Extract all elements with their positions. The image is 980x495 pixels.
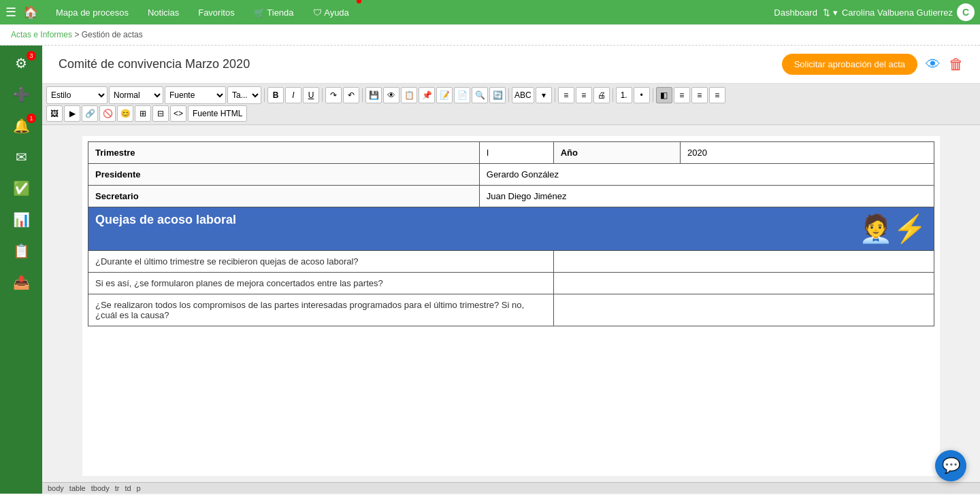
sidebar: ⚙ 3 ➕ 🔔 1 ✉ ✅ 📊 📋 📤 <box>0 46 42 494</box>
sidebar-item-checklist[interactable]: ✅ <box>3 173 39 203</box>
font-select[interactable]: Fuente <box>165 86 226 104</box>
image-button[interactable]: 🖼 <box>46 105 63 122</box>
code-button[interactable]: <> <box>170 105 186 122</box>
nav-favoritos[interactable]: Favoritos <box>190 0 242 24</box>
justify-center-button[interactable]: ≡ <box>674 87 690 103</box>
solicitar-aprobacion-button[interactable]: Solicitar aprobación del acta <box>782 54 917 75</box>
answer-3[interactable] <box>553 294 934 326</box>
ordered-list-button[interactable]: 1. <box>616 87 632 103</box>
section-header-cell: Quejas de acoso laboral 🧑‍💼⚡ <box>88 207 934 251</box>
toolbar-sep-7 <box>653 88 653 102</box>
nav-noticias[interactable]: Noticias <box>140 0 187 24</box>
year-value[interactable]: 2020 <box>681 142 934 164</box>
size-select[interactable]: Ta... <box>227 86 261 104</box>
table-row: ¿Se realizaron todos los compromisos de … <box>88 294 934 326</box>
sidebar-item-settings[interactable]: ⚙ 3 <box>3 48 39 78</box>
emoticon-button[interactable]: 😊 <box>117 105 133 122</box>
editor-body[interactable]: Trimestre I Año 2020 Presidente Gerardo … <box>42 125 980 482</box>
editor-container: Estilo Normal Fuente Ta... B I U <box>42 84 980 494</box>
toolbar-sep-6 <box>612 88 613 102</box>
status-p[interactable]: p <box>137 484 141 492</box>
status-td[interactable]: td <box>125 484 131 492</box>
justify-full-button[interactable]: ≡ <box>709 87 725 103</box>
bold-button[interactable]: B <box>267 87 284 103</box>
underline-button[interactable]: U <box>303 87 319 103</box>
year-label: Año <box>553 142 680 164</box>
sidebar-item-add[interactable]: ➕ <box>3 80 39 109</box>
table-row: Si es así, ¿se formularon planes de mejo… <box>88 273 934 294</box>
html-source-button[interactable]: Fuente HTML <box>188 105 247 122</box>
justify-left-button[interactable]: ◧ <box>656 87 672 103</box>
avatar: C <box>957 3 975 21</box>
italic-button[interactable]: I <box>285 87 301 103</box>
unlink-button[interactable]: 🚫 <box>99 105 116 122</box>
paste-word-button[interactable]: 📄 <box>454 87 470 103</box>
sidebar-item-list-check[interactable]: 📋 <box>3 236 39 266</box>
save-button[interactable]: 💾 <box>365 87 382 103</box>
page-header: Comité de convivencia Marzo 2020 Solicit… <box>42 46 980 84</box>
divider-button[interactable]: ⊞ <box>135 105 151 122</box>
dashboard-arrows-icon[interactable]: ⇅ <box>823 7 830 18</box>
toolbar-sep-1 <box>264 88 265 102</box>
format-select[interactable]: Normal <box>109 86 163 104</box>
status-table[interactable]: table <box>69 484 86 492</box>
unordered-list-button[interactable]: • <box>634 87 650 103</box>
paste-text-button[interactable]: 📝 <box>436 87 453 103</box>
status-tbody[interactable]: tbody <box>91 484 110 492</box>
presidente-value[interactable]: Gerardo González <box>479 164 934 186</box>
export-icon: 📤 <box>13 274 30 290</box>
status-body[interactable]: body <box>48 484 64 492</box>
redo-button[interactable]: ↷ <box>325 87 342 103</box>
nav-tienda[interactable]: 🛒 Tienda <box>246 0 302 24</box>
inbox-icon: ✉ <box>16 149 27 165</box>
dashboard-label[interactable]: Dashboard <box>774 7 817 18</box>
chat-button[interactable]: 💬 <box>935 450 966 481</box>
question-3: ¿Se realizaron todos los compromisos de … <box>88 294 554 326</box>
sidebar-item-table[interactable]: 📊 <box>3 205 39 235</box>
nav-ayuda[interactable]: 🛡 Ayuda <box>305 0 357 24</box>
status-tr[interactable]: tr <box>115 484 120 492</box>
question-1: ¿Durante el último trimestre se recibier… <box>88 251 554 273</box>
sidebar-item-inbox[interactable]: ✉ <box>3 142 39 172</box>
sidebar-item-notifications[interactable]: 🔔 1 <box>3 111 39 141</box>
paste-button[interactable]: 📌 <box>419 87 435 103</box>
answer-1[interactable] <box>553 251 934 273</box>
preview-button[interactable]: 👁 <box>383 87 399 103</box>
home-icon[interactable]: 🏠 <box>23 5 38 20</box>
settings-icon: ⚙ <box>15 55 27 71</box>
align-left-button[interactable]: ≡ <box>558 87 574 103</box>
trimestre-value[interactable]: I <box>479 142 553 164</box>
cart-icon: 🛒 <box>254 7 265 18</box>
trimestre-label: Trimestre <box>88 142 480 164</box>
shield-icon: 🛡 <box>313 7 322 18</box>
replace-button[interactable]: 🔄 <box>489 87 506 103</box>
delete-icon[interactable]: 🗑 <box>949 56 964 73</box>
view-icon[interactable]: 👁 <box>926 56 941 73</box>
find-button[interactable]: 🔍 <box>472 87 488 103</box>
align-center-button[interactable]: ≡ <box>576 87 592 103</box>
print-button[interactable]: 🖨 <box>593 87 610 103</box>
page-header-actions: Solicitar aprobación del acta 👁 🗑 <box>782 54 964 75</box>
copy-button[interactable]: 📋 <box>401 87 417 103</box>
answer-2[interactable] <box>553 273 934 294</box>
secretario-value[interactable]: Juan Diego Jiménez <box>479 186 934 207</box>
breadcrumb-parent[interactable]: Actas e Informes <box>11 30 72 39</box>
undo-button[interactable]: ↶ <box>343 87 359 103</box>
menu-icon[interactable]: ☰ <box>5 5 16 20</box>
toolbar-sep-3 <box>362 88 363 102</box>
page-title: Comité de convivencia Marzo 2020 <box>59 57 250 71</box>
justify-right-button[interactable]: ≡ <box>691 87 708 103</box>
nav-mapa-procesos[interactable]: Mapa de procesos <box>48 0 137 24</box>
table-button[interactable]: ⊟ <box>152 105 169 122</box>
toolbar-sep-5 <box>555 88 555 102</box>
style-select[interactable]: Estilo <box>46 86 108 104</box>
media-button[interactable]: ▶ <box>64 105 80 122</box>
link-button[interactable]: 🔗 <box>82 105 98 122</box>
spell-check-button[interactable]: ABC <box>512 87 534 103</box>
secretario-label: Secretario <box>88 186 480 207</box>
spell-dropdown-button[interactable]: ▾ <box>536 87 552 103</box>
user-area[interactable]: ▾ Carolina Valbuena Gutierrez C <box>833 3 975 21</box>
table-row-section-header: Quejas de acoso laboral 🧑‍💼⚡ <box>88 207 934 251</box>
sidebar-item-export[interactable]: 📤 <box>3 267 39 297</box>
user-name: Carolina Valbuena Gutierrez <box>842 7 953 18</box>
